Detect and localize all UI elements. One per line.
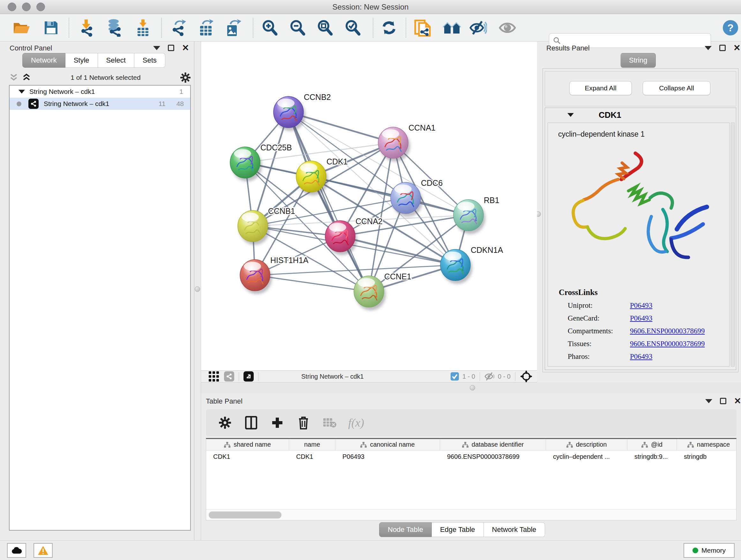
export-table-button[interactable] — [196, 18, 216, 38]
edge-CCNA2-CDKN1A[interactable] — [340, 236, 455, 265]
node-section-header[interactable]: CDK1 — [545, 108, 736, 122]
memory-button[interactable]: Memory — [684, 543, 735, 558]
tab-node-table[interactable]: Node Table — [379, 522, 432, 537]
column-header-shared-name[interactable]: shared name — [206, 439, 289, 450]
control-panel-close-icon[interactable]: ✕ — [182, 45, 189, 51]
node-HIST1H1A[interactable]: HIST1H1A — [240, 256, 309, 294]
grid-view-icon[interactable] — [208, 371, 219, 382]
tab-string[interactable]: String — [620, 53, 656, 68]
node-CCNB1[interactable]: CCNB1 — [238, 206, 295, 245]
birdseye-view-icon[interactable] — [244, 371, 254, 381]
crosslink-link[interactable]: 9606.ENSP00000378699 — [630, 340, 705, 348]
crosslink-link[interactable]: P06493 — [630, 314, 652, 322]
control-panel-minimize-icon[interactable] — [153, 46, 160, 50]
node-CCNE1[interactable]: CCNE1 — [354, 272, 411, 310]
crosslink-link[interactable]: 9606.ENSP00000378699 — [630, 327, 705, 335]
expand-all-button[interactable]: Expand All — [569, 81, 632, 95]
column-header-description[interactable]: description — [546, 439, 627, 450]
open-session-button[interactable] — [12, 18, 31, 38]
network-row[interactable]: String Network – cdk1 11 48 — [10, 98, 190, 110]
export-image-button[interactable] — [223, 18, 243, 38]
table-panel-float-icon[interactable] — [720, 398, 726, 404]
table-header-row: shared namenamecanonical namedatabase id… — [206, 439, 736, 450]
network-selected-count: 1 of 1 Network selected — [31, 74, 180, 81]
tab-sets[interactable]: Sets — [134, 53, 165, 68]
column-header-namespace[interactable]: namespace — [677, 439, 737, 450]
import-database-button[interactable] — [105, 18, 124, 38]
network-collection-row[interactable]: String Network – cdk1 1 — [10, 85, 190, 98]
fit-crosshair-icon[interactable] — [520, 370, 533, 383]
collapse-all-icon[interactable] — [9, 73, 18, 82]
crosslink-link[interactable]: P06493 — [630, 353, 652, 361]
crosslink-link[interactable]: P06493 — [630, 301, 652, 310]
expand-all-icon[interactable] — [22, 73, 31, 82]
results-panel-float-icon[interactable] — [719, 45, 726, 51]
help-button[interactable]: ? — [721, 18, 740, 38]
hide-selected-button[interactable] — [468, 18, 488, 38]
export-network-button[interactable] — [169, 18, 189, 38]
show-all-button[interactable] — [497, 18, 517, 38]
results-scrollbar[interactable] — [731, 123, 735, 367]
collapse-all-button[interactable]: Collapse All — [643, 81, 711, 95]
zoom-in-button[interactable] — [260, 18, 280, 38]
add-column-icon[interactable] — [270, 415, 285, 430]
node-CDKN1A[interactable]: CDKN1A — [441, 246, 503, 284]
zoom-fit-button[interactable] — [315, 18, 335, 38]
delete-column-icon[interactable] — [296, 415, 311, 430]
tab-network[interactable]: Network — [22, 53, 65, 68]
results-panel-close-icon[interactable]: ✕ — [733, 45, 741, 51]
refresh-icon — [381, 19, 397, 36]
show-columns-icon[interactable] — [244, 415, 259, 430]
save-session-button[interactable] — [41, 18, 61, 38]
save-icon — [44, 20, 59, 36]
column-header-canonical-name[interactable]: canonical name — [335, 439, 440, 450]
tab-edge-table[interactable]: Edge Table — [432, 522, 484, 537]
tab-style[interactable]: Style — [65, 53, 98, 68]
table-panel-close-icon[interactable]: ✕ — [734, 398, 741, 404]
hidden-count: 0 - 0 — [498, 373, 511, 380]
tab-network-table[interactable]: Network Table — [484, 522, 545, 537]
delete-table-icon — [322, 415, 337, 430]
collection-expander-icon[interactable] — [18, 90, 25, 94]
node-CDK1[interactable]: CDK1 — [296, 157, 348, 195]
zoom-out-button[interactable] — [287, 18, 307, 38]
table-panel-minimize-icon[interactable] — [705, 399, 712, 403]
cloud-button[interactable] — [7, 543, 26, 558]
node-count: 11 — [158, 100, 165, 108]
column-header-name[interactable]: name — [289, 439, 335, 450]
column-header-database-identifier[interactable]: database identifier — [440, 439, 546, 450]
table-row[interactable]: CDK1CDK1P064939606.ENSP00000378699cyclin… — [206, 450, 736, 462]
node-CDC6[interactable]: CDC6 — [391, 179, 443, 217]
app-statusbar: Memory — [0, 540, 741, 560]
control-panel-float-icon[interactable] — [168, 45, 174, 51]
column-header--id[interactable]: @id — [627, 439, 677, 450]
node-CDC25B[interactable]: CDC25B — [230, 143, 292, 181]
edge-CCNE1-HIST1H1A[interactable] — [255, 275, 369, 292]
node-CCNB2[interactable]: CCNB2 — [273, 92, 331, 131]
results-panel-minimize-icon[interactable] — [704, 46, 712, 50]
left-splitter-handle[interactable] — [195, 287, 200, 292]
search-input[interactable] — [563, 37, 711, 44]
node-section-expander-icon[interactable] — [567, 113, 574, 117]
horizontal-splitter-handle[interactable] — [470, 385, 475, 390]
refresh-button[interactable] — [379, 18, 399, 38]
node-RB1[interactable]: RB1 — [454, 196, 499, 234]
new-network-from-selection-button[interactable] — [413, 18, 432, 38]
string-view-icon[interactable] — [224, 371, 234, 381]
export-network-icon — [170, 19, 187, 37]
table-hscrollbar-thumb[interactable] — [209, 511, 281, 518]
table-options-gear-icon[interactable] — [217, 415, 232, 430]
string-home-button[interactable] — [442, 18, 462, 38]
table-hscrollbar[interactable] — [206, 509, 736, 520]
network-canvas[interactable]: CCNB2CCNA1CDC25BCDK1CDC6RB1CCNB1CCNA2CDK… — [201, 42, 537, 370]
warnings-button[interactable] — [33, 543, 53, 558]
import-table-button[interactable] — [133, 18, 153, 38]
selected-checkbox-icon[interactable] — [450, 372, 459, 381]
results-node-section: CDK1 cyclin–dependent kinase 1 — [545, 108, 736, 370]
network-options-gear-icon[interactable] — [180, 72, 191, 83]
import-network-button[interactable] — [77, 18, 97, 38]
zoom-in-icon — [261, 19, 278, 36]
network-view-statusbar: String Network – cdk1 1 - 0 0 - 0 — [201, 370, 537, 382]
zoom-selected-button[interactable] — [343, 18, 362, 38]
tab-select[interactable]: Select — [98, 53, 134, 68]
